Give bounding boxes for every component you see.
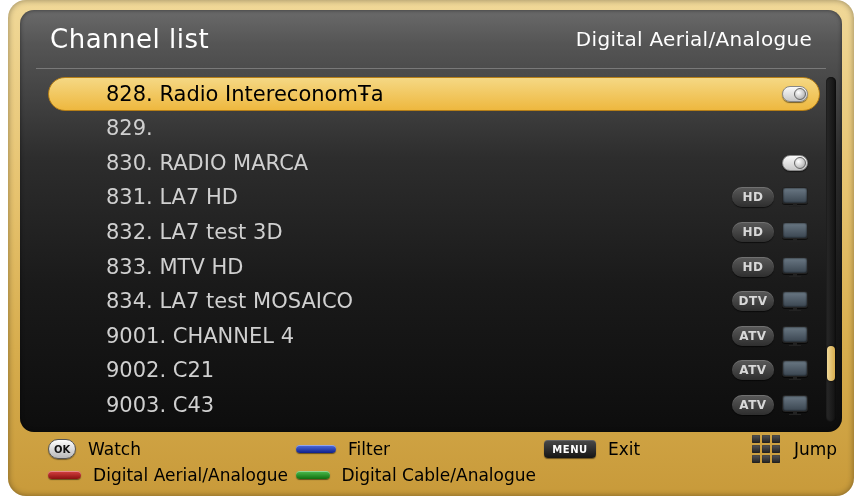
- channel-badge: ATV: [732, 395, 774, 415]
- channel-row[interactable]: 829.: [48, 111, 820, 146]
- channel-number-name: 832. LA7 test 3D: [106, 220, 724, 244]
- scrollbar-thumb[interactable]: [827, 346, 835, 381]
- channel-list[interactable]: 828. Radio IntereconomŦa829. 830. RADIO …: [48, 77, 820, 422]
- channel-row[interactable]: 830. RADIO MARCA: [48, 146, 820, 181]
- hint-jump: Jump: [752, 435, 837, 463]
- channel-row[interactable]: 9001. CHANNEL 4ATV: [48, 318, 820, 353]
- radio-tuner-icon: [782, 84, 808, 104]
- hint-watch-label: Watch: [88, 439, 141, 459]
- hint-filter: Filter: [296, 439, 536, 459]
- channel-badge: HD: [732, 187, 774, 207]
- tv-icon: [782, 360, 808, 380]
- channel-number-name: 828. Radio IntereconomŦa: [106, 82, 774, 106]
- hint-cable-label: Digital Cable/Analogue: [342, 465, 537, 485]
- list-area: 828. Radio IntereconomŦa829. 830. RADIO …: [20, 69, 842, 432]
- hint-exit-label: Exit: [608, 439, 640, 459]
- hint-aerial-label: Digital Aerial/Analogue: [93, 465, 288, 485]
- menu-button-icon: MENU: [544, 440, 596, 458]
- page-title: Channel list: [50, 24, 209, 54]
- radio-tuner-icon: [782, 153, 808, 173]
- channel-badge: HD: [732, 257, 774, 277]
- channel-row[interactable]: 832. LA7 test 3DHD: [48, 215, 820, 250]
- channel-number-name: 830. RADIO MARCA: [106, 151, 774, 175]
- tv-icon: [782, 395, 808, 415]
- outer-panel: Channel list Digital Aerial/Analogue 828…: [8, 0, 854, 496]
- channel-number-name: 9002. C21: [106, 358, 724, 382]
- hint-exit: MENU Exit: [544, 439, 744, 459]
- hint-cable: Digital Cable/Analogue: [296, 465, 536, 485]
- keypad-icon: [752, 435, 782, 463]
- channel-row[interactable]: 831. LA7 HDHD: [48, 180, 820, 215]
- scrollbar[interactable]: [826, 77, 836, 422]
- header: Channel list Digital Aerial/Analogue: [20, 10, 842, 68]
- tv-icon: [782, 222, 808, 242]
- channel-row[interactable]: 828. Radio IntereconomŦa: [48, 77, 820, 112]
- channel-number-name: 831. LA7 HD: [106, 185, 724, 209]
- channel-number-name: 834. LA7 test MOSAICO: [106, 289, 724, 313]
- ok-button-icon: OK: [48, 439, 76, 459]
- channel-row[interactable]: 9003. C43ATV: [48, 387, 820, 422]
- channel-badge: DTV: [732, 291, 774, 311]
- hint-jump-label: Jump: [794, 439, 837, 459]
- source-label: Digital Aerial/Analogue: [576, 27, 812, 51]
- hint-aerial: Digital Aerial/Analogue: [48, 465, 288, 485]
- footer: OK Watch Filter MENU Exit Jump: [20, 432, 842, 490]
- blue-key-icon: [296, 445, 336, 453]
- tv-icon: [782, 326, 808, 346]
- channel-badge: HD: [732, 222, 774, 242]
- channel-number-name: 833. MTV HD: [106, 255, 724, 279]
- red-key-icon: [48, 471, 81, 479]
- channel-badge: ATV: [732, 326, 774, 346]
- tv-icon: [782, 291, 808, 311]
- channel-row[interactable]: 834. LA7 test MOSAICODTV: [48, 284, 820, 319]
- green-key-icon: [296, 471, 330, 479]
- channel-number-name: 829.: [106, 116, 808, 140]
- channel-badge: ATV: [732, 360, 774, 380]
- channel-number-name: 9003. C43: [106, 393, 724, 417]
- channel-row[interactable]: 9002. C21ATV: [48, 353, 820, 388]
- channel-row[interactable]: 833. MTV HDHD: [48, 249, 820, 284]
- hint-watch: OK Watch: [48, 439, 288, 459]
- channel-number-name: 9001. CHANNEL 4: [106, 324, 724, 348]
- hint-filter-label: Filter: [348, 439, 390, 459]
- tv-icon: [782, 187, 808, 207]
- tv-icon: [782, 257, 808, 277]
- inner-panel: Channel list Digital Aerial/Analogue 828…: [20, 10, 842, 432]
